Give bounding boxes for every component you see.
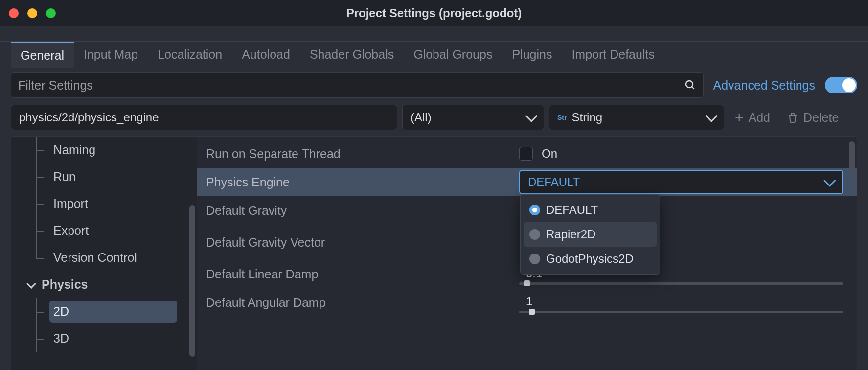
sidebar-scrollbar[interactable]	[189, 205, 195, 357]
chevron-down-icon	[26, 279, 36, 289]
tab-plugins[interactable]: Plugins	[502, 42, 562, 68]
trash-icon	[787, 112, 799, 123]
tab-global-groups[interactable]: Global Groups	[404, 42, 502, 68]
scope-value: (All)	[411, 111, 432, 124]
content-split: Movie Writer Naming Run Import Export Ve…	[0, 136, 868, 370]
svg-point-0	[686, 81, 693, 88]
settings-tabs: General Input Map Localization Autoload …	[0, 41, 868, 68]
option-label: DEFAULT	[546, 203, 598, 217]
angular-damp-slider[interactable]	[519, 311, 843, 313]
sidebar-item-naming[interactable]: Naming	[11, 137, 197, 163]
advanced-settings-toggle[interactable]	[825, 77, 857, 93]
window-title: Project Settings (project.godot)	[0, 6, 868, 20]
property-path-field[interactable]: physics/2d/physics_engine	[11, 105, 397, 130]
chevron-down-icon	[525, 110, 537, 122]
radio-icon	[529, 254, 540, 264]
slider-thumb[interactable]	[524, 280, 530, 286]
property-panel: Run on Separate Thread On Physics Engine…	[197, 136, 857, 370]
filter-settings-input[interactable]: Filter Settings	[11, 72, 704, 98]
add-label: Add	[749, 111, 770, 125]
radio-icon	[529, 229, 540, 240]
tab-input-map[interactable]: Input Map	[74, 42, 148, 68]
sidebar-item-physics-3d[interactable]: 3D	[11, 325, 197, 352]
type-badge: Str	[557, 114, 567, 121]
scope-dropdown[interactable]: (All)	[402, 105, 544, 130]
toggle-knob	[842, 78, 856, 92]
sidebar-item-physics-2d[interactable]: 2D	[11, 298, 197, 325]
physics-engine-value: DEFAULT	[528, 175, 580, 189]
filter-placeholder: Filter Settings	[18, 78, 93, 92]
category-sidebar: Movie Writer Naming Run Import Export Ve…	[11, 136, 197, 370]
titlebar: Project Settings (project.godot)	[0, 0, 868, 26]
radio-icon	[529, 205, 540, 215]
angular-damp-value: 1	[526, 295, 843, 308]
prop-physics-engine: Physics Engine DEFAULT	[197, 168, 857, 196]
delete-button[interactable]: Delete	[781, 105, 845, 130]
plus-icon: +	[735, 109, 744, 126]
physics-engine-dropdown[interactable]: DEFAULT	[519, 170, 843, 194]
close-window-button[interactable]	[9, 8, 19, 18]
sidebar-item-run[interactable]: Run	[11, 163, 197, 190]
sidebar-category-physics[interactable]: Physics	[11, 271, 197, 298]
minimize-window-button[interactable]	[27, 8, 37, 18]
sidebar-item-import[interactable]: Import	[11, 190, 197, 217]
linear-damp-slider[interactable]	[519, 282, 843, 285]
delete-label: Delete	[803, 111, 839, 125]
window-controls	[0, 8, 56, 18]
category-tree: Movie Writer Naming Run Import Export Ve…	[11, 136, 197, 352]
physics-engine-options-popup: DEFAULT Rapier2D GodotPhysics2D	[520, 194, 660, 275]
prop-default-angular-damp: Default Angular Damp 1	[197, 288, 857, 317]
project-settings-window: Project Settings (project.godot) General…	[0, 0, 868, 370]
chevron-down-icon	[705, 110, 717, 122]
tab-autoload[interactable]: Autoload	[232, 42, 300, 68]
option-godotphysics2d[interactable]: GodotPhysics2D	[524, 247, 657, 271]
checkbox-label: On	[542, 147, 557, 161]
tab-shader-globals[interactable]: Shader Globals	[300, 42, 404, 68]
option-rapier2d[interactable]: Rapier2D	[524, 222, 657, 247]
type-value: String	[571, 111, 602, 124]
filter-row: Filter Settings Advanced Settings	[0, 68, 868, 102]
chevron-down-icon	[823, 174, 836, 186]
svg-line-1	[692, 87, 694, 89]
advanced-settings-label: Advanced Settings	[713, 78, 815, 92]
type-dropdown[interactable]: Str String	[549, 105, 724, 130]
option-default[interactable]: DEFAULT	[524, 198, 657, 222]
prop-run-on-separate-thread: Run on Separate Thread On	[197, 139, 857, 168]
tab-import-defaults[interactable]: Import Defaults	[562, 42, 664, 68]
option-label: GodotPhysics2D	[546, 252, 634, 266]
property-path-value: physics/2d/physics_engine	[19, 111, 159, 124]
tab-localization[interactable]: Localization	[148, 42, 232, 68]
search-icon	[685, 79, 696, 91]
option-label: Rapier2D	[546, 228, 595, 241]
tab-general[interactable]: General	[11, 42, 74, 68]
fullscreen-window-button[interactable]	[46, 8, 56, 18]
sidebar-item-export[interactable]: Export	[11, 217, 197, 244]
sidebar-item-version-control[interactable]: Version Control	[11, 244, 197, 271]
run-on-separate-thread-checkbox[interactable]	[519, 147, 533, 161]
slider-thumb[interactable]	[529, 309, 535, 315]
property-panel-scrollbar[interactable]	[849, 141, 855, 171]
property-path-row: physics/2d/physics_engine (All) Str Stri…	[0, 102, 868, 136]
add-button[interactable]: + Add	[729, 105, 776, 130]
